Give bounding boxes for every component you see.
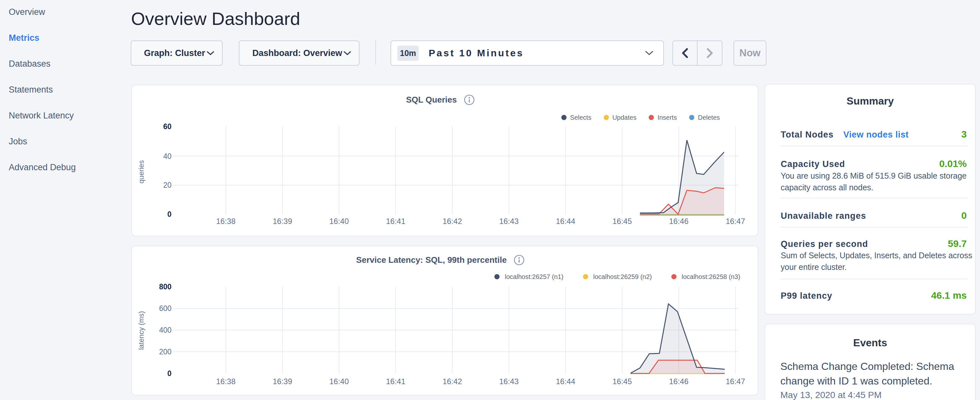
- svg-text:40: 40: [163, 152, 172, 161]
- svg-text:16:43: 16:43: [499, 377, 519, 386]
- svg-text:16:40: 16:40: [329, 377, 349, 386]
- svg-text:16:41: 16:41: [386, 377, 406, 386]
- svg-text:0: 0: [167, 369, 172, 378]
- svg-text:0: 0: [167, 210, 172, 218]
- svg-text:60: 60: [163, 122, 172, 131]
- svg-text:20: 20: [163, 181, 172, 189]
- svg-text:16:41: 16:41: [386, 217, 406, 226]
- svg-text:16:39: 16:39: [273, 377, 292, 386]
- svg-text:16:45: 16:45: [612, 217, 632, 226]
- svg-text:16:47: 16:47: [726, 377, 745, 386]
- svg-text:200: 200: [159, 347, 172, 356]
- svg-text:16:43: 16:43: [499, 217, 519, 226]
- svg-text:16:42: 16:42: [442, 217, 462, 226]
- svg-text:16:38: 16:38: [216, 217, 235, 226]
- svg-text:16:46: 16:46: [669, 217, 689, 226]
- svg-text:16:42: 16:42: [442, 377, 462, 386]
- svg-text:16:46: 16:46: [669, 377, 689, 386]
- svg-text:queries: queries: [137, 160, 145, 183]
- svg-text:16:45: 16:45: [612, 377, 632, 386]
- svg-text:latency (ms): latency (ms): [137, 311, 145, 350]
- svg-text:16:38: 16:38: [216, 377, 235, 386]
- svg-text:16:44: 16:44: [556, 377, 575, 386]
- svg-text:16:40: 16:40: [329, 217, 349, 226]
- svg-text:800: 800: [159, 282, 172, 291]
- svg-text:600: 600: [159, 304, 172, 312]
- svg-text:16:47: 16:47: [726, 217, 745, 226]
- svg-text:400: 400: [159, 326, 172, 334]
- svg-text:16:44: 16:44: [556, 217, 575, 226]
- svg-text:16:39: 16:39: [273, 217, 292, 226]
